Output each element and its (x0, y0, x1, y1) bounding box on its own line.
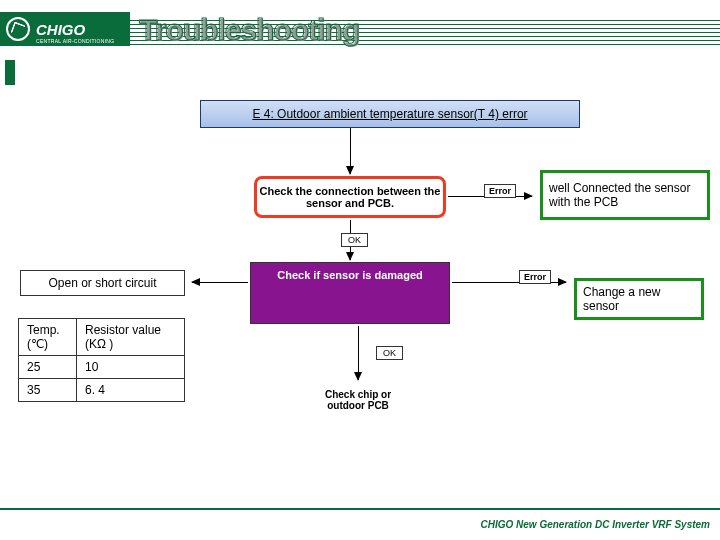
label-error-2: Error (519, 270, 551, 284)
open-short-circuit: Open or short circuit (20, 270, 185, 296)
table-header-resistor: Resistor value (KΩ ) (77, 319, 185, 356)
error-code-text: E 4: Outdoor ambient temperature sensor(… (252, 107, 527, 121)
resistor-table: Temp. (℃) Resistor value (KΩ ) 25 10 35 … (18, 318, 185, 402)
brand-sub: CENTRAL AIR-CONDITIONING (36, 38, 114, 44)
fan-icon (6, 17, 30, 41)
step-check-damaged: Check if sensor is damaged (250, 262, 450, 324)
table-header-temp: Temp. (℃) (19, 319, 77, 356)
page-title: Troubleshooting (139, 13, 359, 47)
left-notch (5, 60, 15, 85)
arrow-down-3 (358, 326, 359, 380)
label-ok-1: OK (341, 233, 368, 247)
result-change-sensor: Change a new sensor (574, 278, 704, 320)
footer-text: CHIGO New Generation DC Inverter VRF Sys… (480, 519, 710, 530)
step-check-chip: Check chip or outdoor PCB (308, 382, 408, 418)
table-row: 25 10 (19, 356, 185, 379)
arrow-down-1 (350, 128, 351, 174)
label-error-1: Error (484, 184, 516, 198)
arrow-left-osc (192, 282, 248, 283)
header: CHIGO CENTRAL AIR-CONDITIONING Troublesh… (0, 8, 720, 60)
table-header-row: Temp. (℃) Resistor value (KΩ ) (19, 319, 185, 356)
error-code-box: E 4: Outdoor ambient temperature sensor(… (200, 100, 580, 128)
footer-line (0, 508, 720, 510)
result-well-connected: well Connected the sensor with the PCB (540, 170, 710, 220)
step-check-connection: Check the connection between the sensor … (254, 176, 446, 218)
label-ok-2: OK (376, 346, 403, 360)
logo-block: CHIGO CENTRAL AIR-CONDITIONING (0, 12, 130, 46)
brand-name: CHIGO (36, 21, 85, 38)
table-row: 35 6. 4 (19, 379, 185, 402)
